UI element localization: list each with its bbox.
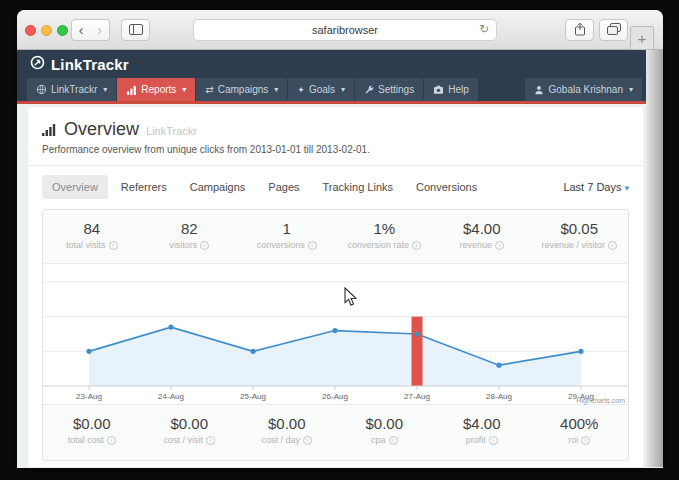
nav-label: Campaigns [218, 84, 269, 95]
svg-text:23-Aug: 23-Aug [76, 392, 102, 401]
share-button[interactable] [565, 19, 594, 41]
stat-value: $0.00 [238, 415, 336, 432]
visits-chart[interactable]: 23-Aug24-Aug25-Aug26-Aug27-Aug28-Aug29-A… [43, 263, 628, 405]
nav-item-campaigns[interactable]: ⇄ Campaigns [196, 78, 287, 101]
sidebar-toggle-button[interactable] [121, 19, 150, 41]
tab-tracking-links[interactable]: Tracking Links [313, 175, 404, 199]
stats-row-top: 84 total visits 82 visitors 1 conversion… [43, 210, 628, 263]
stat-label: cost / day [261, 435, 300, 445]
tab-label: Pages [268, 181, 299, 193]
nav-item-settings[interactable]: Settings [355, 78, 423, 101]
browser-window: ‹ › safaribrowser ↻ + [17, 10, 663, 468]
page-title: Overview [64, 119, 139, 140]
info-icon[interactable] [495, 241, 504, 250]
help-icon [433, 85, 444, 95]
bar-chart-icon [126, 85, 137, 95]
zoom-button[interactable] [57, 25, 68, 36]
chevron-down-icon [180, 84, 186, 95]
user-menu[interactable]: Gobala Krishnan [525, 78, 642, 101]
stat-value: $0.00 [141, 415, 239, 432]
back-button[interactable]: ‹ [71, 19, 91, 41]
user-icon [534, 85, 544, 95]
tab-campaigns[interactable]: Campaigns [180, 175, 256, 199]
linktrackr-logo-icon [30, 55, 45, 74]
stat-revenue: $4.00 revenue [433, 210, 531, 263]
svg-text:Highcharts.com: Highcharts.com [576, 397, 625, 405]
nav-label: Reports [141, 84, 176, 95]
window-right-gutter [646, 50, 663, 467]
minimize-button[interactable] [41, 25, 52, 36]
info-icon[interactable] [489, 436, 498, 445]
stat-value: $4.00 [433, 220, 531, 237]
stat-conversion-rate: 1% conversion rate [336, 210, 434, 263]
address-bar[interactable]: safaribrowser ↻ [193, 19, 497, 41]
date-range-label: Last 7 Days [563, 181, 621, 193]
nav-item-help[interactable]: Help [424, 78, 478, 101]
chevron-down-icon [339, 84, 345, 95]
nav-item-linktrackr[interactable]: LinkTrackr [27, 78, 116, 101]
tab-referrers[interactable]: Referrers [111, 175, 177, 199]
stat-value: $0.05 [531, 220, 629, 237]
chevron-down-icon [621, 181, 629, 193]
close-button[interactable] [25, 25, 36, 36]
chevron-down-icon [627, 84, 633, 95]
stat-label: cost / visit [163, 435, 203, 445]
stat-value: $0.00 [43, 415, 141, 432]
stat-label: revenue / visitor [541, 240, 605, 250]
share-icon [574, 22, 586, 39]
info-icon[interactable] [412, 241, 421, 250]
page-subtitle: Performance overview from unique clicks … [42, 144, 629, 155]
stat-label: total cost [68, 435, 104, 445]
info-icon[interactable] [303, 436, 312, 445]
nav-label: Settings [378, 84, 414, 95]
info-icon[interactable] [389, 436, 398, 445]
content-card: Overview LinkTrackr Performance overview… [28, 107, 643, 467]
tab-label: Tracking Links [323, 181, 394, 193]
stat-conversions: 1 conversions [238, 210, 336, 263]
shuffle-icon: ⇄ [205, 84, 213, 95]
tab-overview-button[interactable] [599, 19, 628, 41]
chevron-down-icon [272, 84, 278, 95]
stat-roi: 400% roi [531, 405, 629, 460]
tab-label: Overview [52, 181, 98, 193]
bar-chart-icon [42, 122, 57, 140]
svg-text:28-Aug: 28-Aug [486, 392, 512, 401]
tab-label: Referrers [121, 181, 167, 193]
tab-conversions[interactable]: Conversions [406, 175, 487, 199]
tab-pages[interactable]: Pages [258, 175, 309, 199]
info-icon[interactable] [200, 241, 209, 250]
stat-cost-per-visit: $0.00 cost / visit [141, 405, 239, 460]
traffic-lights [25, 25, 68, 36]
nav-item-reports[interactable]: Reports [117, 78, 195, 101]
info-icon[interactable] [109, 241, 118, 250]
stat-label: cpa [371, 435, 386, 445]
info-icon[interactable] [308, 241, 317, 250]
sidebar-icon [129, 22, 143, 38]
stat-value: 1% [336, 220, 434, 237]
linktrackr-site: LinkTrackr LinkTrackr [17, 50, 646, 467]
stat-label: conversions [257, 240, 305, 250]
stat-cpa: $0.00 cpa [336, 405, 434, 460]
stat-value: $0.00 [336, 415, 434, 432]
info-icon[interactable] [581, 436, 590, 445]
svg-text:27-Aug: 27-Aug [404, 392, 430, 401]
info-icon[interactable] [206, 436, 215, 445]
stat-value: $4.00 [433, 415, 531, 432]
report-tabs: Overview Referrers Campaigns Pages Track… [42, 175, 629, 199]
new-tab-button[interactable]: + [630, 26, 654, 50]
svg-text:25-Aug: 25-Aug [240, 392, 266, 401]
forward-button[interactable]: › [90, 19, 110, 41]
info-icon[interactable] [608, 241, 617, 250]
reload-icon[interactable]: ↻ [479, 22, 489, 36]
info-icon[interactable] [107, 436, 116, 445]
stat-cost-per-day: $0.00 cost / day [238, 405, 336, 460]
stat-total-visits: 84 total visits [43, 210, 141, 263]
browser-content: LinkTrackr LinkTrackr [17, 50, 663, 467]
stat-label: revenue [459, 240, 492, 250]
date-range-selector[interactable]: Last 7 Days [563, 181, 629, 193]
stat-label: conversion rate [347, 240, 409, 250]
app-logo-text: LinkTrackr [51, 56, 129, 73]
stat-total-cost: $0.00 total cost [43, 405, 141, 460]
tab-overview[interactable]: Overview [42, 175, 108, 199]
nav-item-goals[interactable]: ✦ Goals [288, 78, 354, 101]
